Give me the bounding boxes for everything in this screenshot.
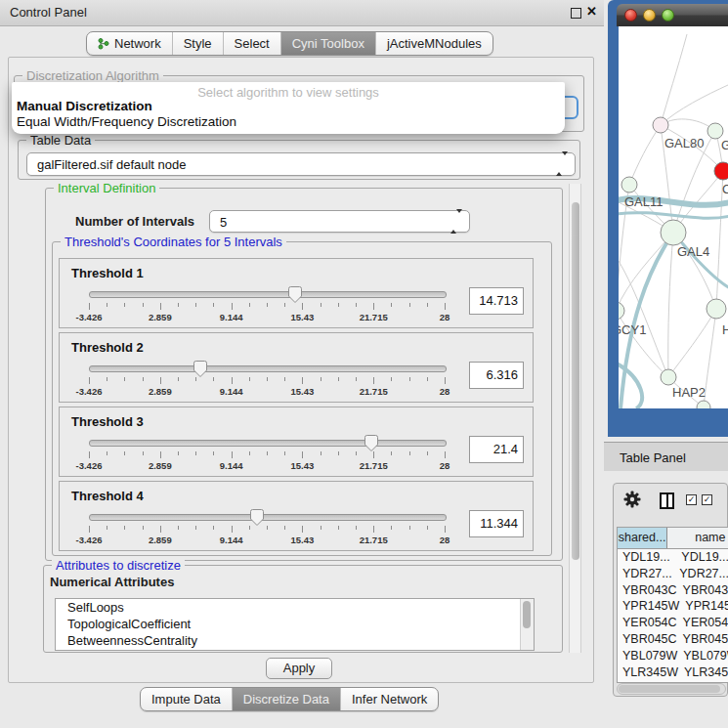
tick-mark	[232, 526, 233, 533]
threshold-3-value-field[interactable]: 21.4	[469, 436, 524, 463]
table-row[interactable]: YDR27...YDR27...	[618, 566, 728, 582]
threshold-1-value-field[interactable]: 14.713	[469, 287, 524, 315]
network-node[interactable]	[661, 220, 686, 245]
slider-ticks	[89, 303, 445, 311]
network-window-titlebar	[617, 4, 728, 26]
table-horizontal-scrollbar[interactable]	[617, 683, 726, 695]
table-row[interactable]: YBR045CYBR045C	[618, 631, 728, 648]
tick-mark	[302, 377, 303, 384]
checkbox-icon[interactable]: ✓	[702, 494, 712, 505]
threshold-1-label: Threshold 1	[71, 266, 144, 280]
split-table-icon[interactable]	[660, 492, 674, 509]
network-node[interactable]	[707, 123, 723, 139]
table-header-row: shared... name	[618, 528, 728, 549]
network-node[interactable]	[619, 302, 624, 320]
table-row[interactable]: YDL19...YDL19...	[618, 549, 728, 566]
list-scrollbar-thumb[interactable]	[523, 601, 531, 628]
network-node-label: C	[722, 182, 728, 196]
threshold-coordinates-group: Threshold's Coordinates for 5 Intervals …	[52, 241, 552, 556]
network-node[interactable]	[707, 299, 726, 319]
tick-mark	[321, 377, 321, 381]
tick-mark	[178, 451, 179, 455]
table-row[interactable]: YBR043CYBR043C	[618, 582, 728, 599]
slider-tick-labels: -3.4262.8599.14415.4321.71528	[89, 386, 445, 398]
threshold-4-slider[interactable]	[89, 514, 447, 521]
tick-mark	[373, 303, 374, 310]
tab-style-label: Style	[184, 36, 212, 51]
threshold-4-value-field[interactable]: 11.344	[469, 510, 524, 537]
network-node[interactable]	[697, 401, 710, 408]
column-header-name[interactable]: name	[667, 528, 728, 548]
tab-impute-data[interactable]: Impute Data	[141, 688, 232, 710]
apply-button[interactable]: Apply	[266, 658, 332, 679]
threshold-2-slider[interactable]	[89, 365, 447, 372]
network-node[interactable]	[661, 369, 676, 385]
tab-cyni-toolbox-label: Cyni Toolbox	[292, 36, 364, 51]
threshold-1-slider[interactable]	[89, 291, 447, 298]
float-window-icon[interactable]	[571, 8, 581, 19]
close-traffic-light-icon[interactable]	[624, 9, 637, 21]
table-rows: YDL19...YDL19...YDR27...YDR27...YBR043CY…	[618, 549, 728, 683]
tick-mark	[427, 451, 428, 455]
table-row[interactable]: YLR345WYLR345W	[618, 664, 728, 681]
column-header-shared-name[interactable]: shared...	[618, 528, 667, 548]
network-canvas[interactable]: GAL80GACGAL11GAL4GCY1HHAP2	[619, 26, 728, 408]
tick-label: -3.426	[76, 535, 103, 545]
tick-mark	[213, 451, 214, 455]
minimize-traffic-light-icon[interactable]	[643, 9, 656, 21]
tab-infer-network[interactable]: Infer Network	[340, 688, 438, 710]
slider-handle[interactable]	[249, 508, 265, 527]
tick-mark	[249, 303, 250, 307]
app-window: Control Panel ✕ Network Style Select Cyn…	[0, 0, 728, 728]
tick-mark	[213, 526, 214, 530]
tick-label: -3.426	[76, 312, 103, 322]
tab-infer-network-label: Infer Network	[352, 692, 427, 707]
tick-mark	[391, 303, 392, 307]
tab-network[interactable]: Network	[87, 32, 172, 55]
network-node[interactable]	[621, 177, 637, 193]
tab-style[interactable]: Style	[172, 32, 223, 55]
tick-mark	[356, 377, 357, 381]
tab-cyni-toolbox[interactable]: Cyni Toolbox	[280, 32, 375, 55]
number-of-intervals-label: Number of Intervals	[75, 214, 194, 229]
table-row[interactable]: YBL079WYBL079W	[618, 648, 728, 664]
tick-label: 28	[440, 312, 450, 322]
table-hscrollbar-thumb[interactable]	[619, 685, 720, 693]
list-scrollbar[interactable]	[520, 599, 534, 650]
table-row[interactable]: YER054CYER054C	[618, 615, 728, 631]
slider-handle[interactable]	[193, 360, 208, 378]
network-node-label: GAL11	[624, 194, 664, 209]
close-icon[interactable]: ✕	[586, 4, 597, 19]
attribute-item[interactable]: BetweennessCentrality	[56, 632, 534, 649]
attribute-item[interactable]: SelfLoops	[56, 599, 534, 616]
checkbox-icon[interactable]: ✓	[686, 494, 697, 505]
numerical-attributes-list[interactable]: SelfLoopsTopologicalCoefficientBetweenne…	[55, 598, 535, 651]
table-data-combobox[interactable]: galFiltered.sif default node	[26, 152, 576, 176]
zoom-traffic-light-icon[interactable]	[662, 9, 674, 21]
number-of-intervals-combobox[interactable]: 5	[209, 210, 470, 233]
tab-discretize-data-label: Discretize Data	[243, 692, 329, 707]
attribute-item[interactable]: TopologicalCoefficient	[56, 616, 534, 632]
tick-label: 28	[440, 535, 450, 545]
threshold-2-value-field[interactable]: 6.316	[469, 362, 524, 389]
tab-discretize-data[interactable]: Discretize Data	[232, 688, 340, 710]
table-row[interactable]: YPR145WYPR145W	[618, 598, 728, 615]
slider-handle[interactable]	[287, 285, 303, 304]
network-node[interactable]	[653, 117, 668, 133]
threshold-3-slider[interactable]	[89, 440, 447, 447]
gear-icon[interactable]	[623, 491, 641, 508]
tick-mark	[356, 303, 357, 307]
network-node[interactable]	[714, 162, 728, 180]
tick-mark	[178, 526, 179, 530]
panel-vertical-scrollbar[interactable]	[569, 184, 581, 653]
slider-handle[interactable]	[364, 434, 379, 452]
tab-network-label: Network	[114, 36, 161, 51]
algorithm-option-equal-width[interactable]: Equal Width/Frequency Discretization	[17, 114, 236, 129]
algorithm-option-manual[interactable]: Manual Discretization	[17, 99, 152, 113]
tab-select[interactable]: Select	[223, 32, 280, 55]
panel-scrollbar-thumb[interactable]	[572, 202, 579, 560]
tick-label: 15.43	[291, 535, 315, 545]
tick-mark	[195, 377, 196, 381]
tab-jactivemnodules[interactable]: jActiveMNodules	[375, 32, 492, 55]
tick-mark	[143, 451, 144, 455]
